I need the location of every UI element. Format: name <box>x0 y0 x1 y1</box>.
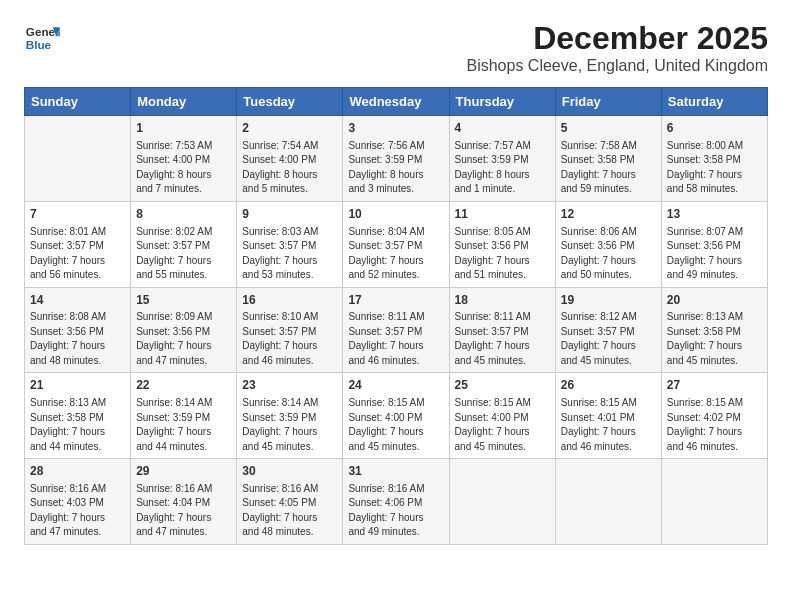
day-number: 25 <box>455 377 550 394</box>
calendar-cell: 2Sunrise: 7:54 AM Sunset: 4:00 PM Daylig… <box>237 116 343 202</box>
cell-content: Sunrise: 8:13 AM Sunset: 3:58 PM Dayligh… <box>30 396 125 454</box>
calendar-cell: 10Sunrise: 8:04 AM Sunset: 3:57 PM Dayli… <box>343 201 449 287</box>
day-number: 23 <box>242 377 337 394</box>
calendar-cell: 9Sunrise: 8:03 AM Sunset: 3:57 PM Daylig… <box>237 201 343 287</box>
day-number: 17 <box>348 292 443 309</box>
calendar-cell: 17Sunrise: 8:11 AM Sunset: 3:57 PM Dayli… <box>343 287 449 373</box>
calendar-cell: 1Sunrise: 7:53 AM Sunset: 4:00 PM Daylig… <box>131 116 237 202</box>
header-day-sunday: Sunday <box>25 88 131 116</box>
day-number: 20 <box>667 292 762 309</box>
header-day-saturday: Saturday <box>661 88 767 116</box>
calendar-cell: 18Sunrise: 8:11 AM Sunset: 3:57 PM Dayli… <box>449 287 555 373</box>
cell-content: Sunrise: 8:15 AM Sunset: 4:02 PM Dayligh… <box>667 396 762 454</box>
day-number: 8 <box>136 206 231 223</box>
header: General Blue December 2025 Bishops Cleev… <box>24 20 768 75</box>
calendar-cell: 30Sunrise: 8:16 AM Sunset: 4:05 PM Dayli… <box>237 459 343 545</box>
day-number: 18 <box>455 292 550 309</box>
cell-content: Sunrise: 8:15 AM Sunset: 4:00 PM Dayligh… <box>455 396 550 454</box>
calendar-cell: 21Sunrise: 8:13 AM Sunset: 3:58 PM Dayli… <box>25 373 131 459</box>
cell-content: Sunrise: 8:16 AM Sunset: 4:06 PM Dayligh… <box>348 482 443 540</box>
cell-content: Sunrise: 8:14 AM Sunset: 3:59 PM Dayligh… <box>242 396 337 454</box>
cell-content: Sunrise: 8:15 AM Sunset: 4:00 PM Dayligh… <box>348 396 443 454</box>
week-row-5: 28Sunrise: 8:16 AM Sunset: 4:03 PM Dayli… <box>25 459 768 545</box>
logo-icon: General Blue <box>24 20 60 56</box>
cell-content: Sunrise: 8:11 AM Sunset: 3:57 PM Dayligh… <box>348 310 443 368</box>
calendar-cell <box>661 459 767 545</box>
calendar-cell <box>25 116 131 202</box>
calendar-cell: 31Sunrise: 8:16 AM Sunset: 4:06 PM Dayli… <box>343 459 449 545</box>
calendar-cell: 29Sunrise: 8:16 AM Sunset: 4:04 PM Dayli… <box>131 459 237 545</box>
calendar-cell: 15Sunrise: 8:09 AM Sunset: 3:56 PM Dayli… <box>131 287 237 373</box>
header-day-monday: Monday <box>131 88 237 116</box>
day-number: 30 <box>242 463 337 480</box>
calendar-cell: 7Sunrise: 8:01 AM Sunset: 3:57 PM Daylig… <box>25 201 131 287</box>
week-row-1: 1Sunrise: 7:53 AM Sunset: 4:00 PM Daylig… <box>25 116 768 202</box>
cell-content: Sunrise: 8:03 AM Sunset: 3:57 PM Dayligh… <box>242 225 337 283</box>
day-number: 7 <box>30 206 125 223</box>
week-row-3: 14Sunrise: 8:08 AM Sunset: 3:56 PM Dayli… <box>25 287 768 373</box>
svg-text:Blue: Blue <box>26 38 52 51</box>
cell-content: Sunrise: 8:02 AM Sunset: 3:57 PM Dayligh… <box>136 225 231 283</box>
cell-content: Sunrise: 8:12 AM Sunset: 3:57 PM Dayligh… <box>561 310 656 368</box>
cell-content: Sunrise: 8:16 AM Sunset: 4:05 PM Dayligh… <box>242 482 337 540</box>
day-number: 3 <box>348 120 443 137</box>
calendar-cell: 12Sunrise: 8:06 AM Sunset: 3:56 PM Dayli… <box>555 201 661 287</box>
day-number: 27 <box>667 377 762 394</box>
day-number: 9 <box>242 206 337 223</box>
day-number: 6 <box>667 120 762 137</box>
cell-content: Sunrise: 7:53 AM Sunset: 4:00 PM Dayligh… <box>136 139 231 197</box>
cell-content: Sunrise: 8:05 AM Sunset: 3:56 PM Dayligh… <box>455 225 550 283</box>
calendar-cell: 22Sunrise: 8:14 AM Sunset: 3:59 PM Dayli… <box>131 373 237 459</box>
sub-title: Bishops Cleeve, England, United Kingdom <box>466 57 768 75</box>
day-number: 28 <box>30 463 125 480</box>
cell-content: Sunrise: 8:04 AM Sunset: 3:57 PM Dayligh… <box>348 225 443 283</box>
day-number: 4 <box>455 120 550 137</box>
cell-content: Sunrise: 7:58 AM Sunset: 3:58 PM Dayligh… <box>561 139 656 197</box>
week-row-2: 7Sunrise: 8:01 AM Sunset: 3:57 PM Daylig… <box>25 201 768 287</box>
calendar-cell: 8Sunrise: 8:02 AM Sunset: 3:57 PM Daylig… <box>131 201 237 287</box>
cell-content: Sunrise: 7:57 AM Sunset: 3:59 PM Dayligh… <box>455 139 550 197</box>
day-number: 14 <box>30 292 125 309</box>
day-number: 13 <box>667 206 762 223</box>
day-number: 26 <box>561 377 656 394</box>
header-day-tuesday: Tuesday <box>237 88 343 116</box>
cell-content: Sunrise: 8:16 AM Sunset: 4:03 PM Dayligh… <box>30 482 125 540</box>
day-number: 22 <box>136 377 231 394</box>
day-number: 12 <box>561 206 656 223</box>
cell-content: Sunrise: 8:06 AM Sunset: 3:56 PM Dayligh… <box>561 225 656 283</box>
cell-content: Sunrise: 8:00 AM Sunset: 3:58 PM Dayligh… <box>667 139 762 197</box>
day-number: 15 <box>136 292 231 309</box>
day-number: 31 <box>348 463 443 480</box>
calendar-cell: 19Sunrise: 8:12 AM Sunset: 3:57 PM Dayli… <box>555 287 661 373</box>
calendar-cell: 6Sunrise: 8:00 AM Sunset: 3:58 PM Daylig… <box>661 116 767 202</box>
cell-content: Sunrise: 8:16 AM Sunset: 4:04 PM Dayligh… <box>136 482 231 540</box>
calendar-cell: 13Sunrise: 8:07 AM Sunset: 3:56 PM Dayli… <box>661 201 767 287</box>
cell-content: Sunrise: 8:14 AM Sunset: 3:59 PM Dayligh… <box>136 396 231 454</box>
header-day-friday: Friday <box>555 88 661 116</box>
calendar-cell: 4Sunrise: 7:57 AM Sunset: 3:59 PM Daylig… <box>449 116 555 202</box>
calendar-cell: 23Sunrise: 8:14 AM Sunset: 3:59 PM Dayli… <box>237 373 343 459</box>
calendar-cell: 3Sunrise: 7:56 AM Sunset: 3:59 PM Daylig… <box>343 116 449 202</box>
day-number: 29 <box>136 463 231 480</box>
day-number: 10 <box>348 206 443 223</box>
day-number: 21 <box>30 377 125 394</box>
logo: General Blue <box>24 20 60 56</box>
calendar-cell <box>555 459 661 545</box>
cell-content: Sunrise: 8:01 AM Sunset: 3:57 PM Dayligh… <box>30 225 125 283</box>
day-number: 2 <box>242 120 337 137</box>
cell-content: Sunrise: 7:54 AM Sunset: 4:00 PM Dayligh… <box>242 139 337 197</box>
day-number: 16 <box>242 292 337 309</box>
calendar-cell: 20Sunrise: 8:13 AM Sunset: 3:58 PM Dayli… <box>661 287 767 373</box>
header-day-thursday: Thursday <box>449 88 555 116</box>
cell-content: Sunrise: 8:08 AM Sunset: 3:56 PM Dayligh… <box>30 310 125 368</box>
header-day-wednesday: Wednesday <box>343 88 449 116</box>
week-row-4: 21Sunrise: 8:13 AM Sunset: 3:58 PM Dayli… <box>25 373 768 459</box>
cell-content: Sunrise: 8:15 AM Sunset: 4:01 PM Dayligh… <box>561 396 656 454</box>
cell-content: Sunrise: 8:13 AM Sunset: 3:58 PM Dayligh… <box>667 310 762 368</box>
cell-content: Sunrise: 8:09 AM Sunset: 3:56 PM Dayligh… <box>136 310 231 368</box>
day-number: 24 <box>348 377 443 394</box>
day-number: 19 <box>561 292 656 309</box>
cell-content: Sunrise: 7:56 AM Sunset: 3:59 PM Dayligh… <box>348 139 443 197</box>
calendar-cell: 28Sunrise: 8:16 AM Sunset: 4:03 PM Dayli… <box>25 459 131 545</box>
calendar-cell: 25Sunrise: 8:15 AM Sunset: 4:00 PM Dayli… <box>449 373 555 459</box>
